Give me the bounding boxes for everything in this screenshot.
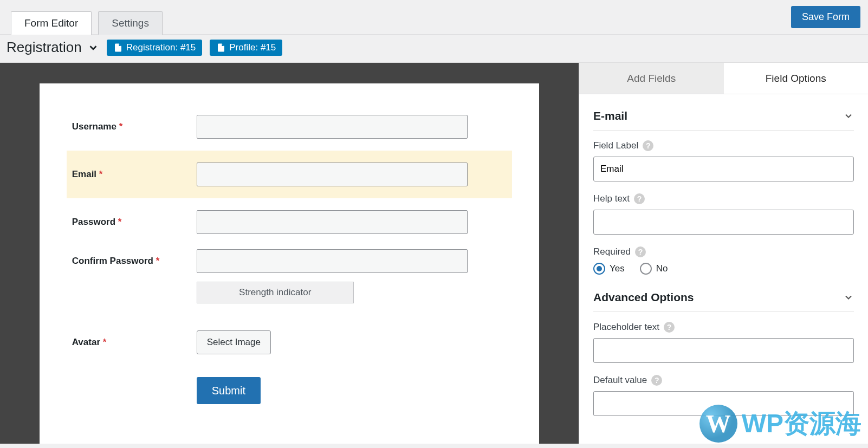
- help-icon[interactable]: ?: [651, 375, 662, 386]
- workarea: Username * Email * Password * Confirm Pa…: [0, 63, 868, 444]
- required-asterisk: *: [156, 256, 160, 266]
- email-input[interactable]: [197, 163, 468, 186]
- field-row-confirm-password[interactable]: Confirm Password *: [67, 246, 513, 285]
- tab-form-editor[interactable]: Form Editor: [11, 11, 92, 35]
- password-input[interactable]: [197, 210, 468, 234]
- username-input[interactable]: [197, 115, 468, 139]
- field-label: Username *: [72, 121, 197, 132]
- field-label: Email *: [72, 169, 197, 180]
- radio-label: No: [656, 263, 668, 274]
- pill-profile[interactable]: Profile: #15: [210, 40, 282, 56]
- tab-add-fields[interactable]: Add Fields: [579, 63, 724, 94]
- help-text-label: Help text ?: [593, 193, 854, 204]
- select-image-button[interactable]: Select Image: [197, 330, 271, 354]
- submit-button[interactable]: Submit: [197, 377, 261, 404]
- pill-profile-label: Profile: #15: [229, 42, 276, 53]
- field-label-input[interactable]: [593, 157, 854, 181]
- required-asterisk: *: [118, 217, 122, 227]
- required-yes-radio[interactable]: Yes: [593, 263, 625, 275]
- help-icon[interactable]: ?: [643, 140, 653, 151]
- secondrow: Registration Registration: #15 Profile: …: [0, 35, 868, 63]
- field-label: Confirm Password *: [72, 256, 197, 267]
- confirm-password-input[interactable]: [197, 249, 468, 273]
- topbar: Form Editor Settings Save Form: [0, 0, 868, 35]
- field-row-email[interactable]: Email *: [67, 151, 513, 198]
- pill-registration-label: Registration: #15: [126, 42, 196, 53]
- placeholder-text-label: Placeholder text ?: [593, 322, 854, 333]
- section-advanced-header[interactable]: Advanced Options: [593, 285, 854, 312]
- sidebar-tabs: Add Fields Field Options: [579, 63, 868, 94]
- field-label: Password *: [72, 217, 197, 228]
- required-label: Required ?: [593, 246, 854, 257]
- save-form-button[interactable]: Save Form: [791, 6, 860, 28]
- field-label: Avatar *: [72, 337, 197, 348]
- page-icon: [113, 43, 123, 53]
- form-canvas[interactable]: Username * Email * Password * Confirm Pa…: [0, 63, 579, 444]
- chevron-down-icon: [843, 292, 854, 303]
- sidebar: Add Fields Field Options E-mail Field La…: [579, 63, 868, 444]
- form-title-dropdown[interactable]: Registration: [7, 39, 99, 56]
- field-row-password[interactable]: Password *: [67, 198, 513, 246]
- help-icon[interactable]: ?: [664, 322, 675, 333]
- radio-dot-icon: [593, 263, 605, 275]
- required-asterisk: *: [103, 337, 107, 347]
- field-label-label: Field Label ?: [593, 140, 854, 151]
- field-row-avatar[interactable]: Avatar * Select Image: [67, 319, 513, 366]
- pill-registration[interactable]: Registration: #15: [107, 40, 203, 56]
- tab-settings[interactable]: Settings: [98, 11, 163, 35]
- section-email-header[interactable]: E-mail: [593, 104, 854, 131]
- required-radio-group: Yes No: [593, 263, 854, 275]
- field-row-username[interactable]: Username *: [67, 103, 513, 151]
- radio-label: Yes: [610, 263, 625, 274]
- help-icon[interactable]: ?: [635, 246, 646, 257]
- help-icon[interactable]: ?: [634, 193, 645, 204]
- page-icon: [216, 43, 226, 53]
- strength-indicator: Strength indicator: [197, 282, 354, 303]
- top-tabs: Form Editor Settings: [11, 0, 163, 34]
- chevron-down-icon: [843, 111, 854, 121]
- placeholder-text-input[interactable]: [593, 338, 854, 363]
- section-title: E-mail: [593, 109, 627, 122]
- radio-dot-icon: [640, 263, 652, 275]
- form-title-text: Registration: [7, 39, 82, 56]
- sidebar-body[interactable]: E-mail Field Label ? Help text ? Require…: [579, 94, 868, 444]
- required-asterisk: *: [99, 169, 103, 179]
- required-no-radio[interactable]: No: [640, 263, 668, 275]
- default-value-label: Default value ?: [593, 375, 854, 386]
- tab-field-options[interactable]: Field Options: [724, 63, 869, 94]
- section-title: Advanced Options: [593, 291, 694, 304]
- form-card: Username * Email * Password * Confirm Pa…: [40, 83, 540, 444]
- required-asterisk: *: [119, 121, 123, 132]
- help-text-input[interactable]: [593, 210, 854, 235]
- chevron-down-icon: [87, 42, 99, 54]
- default-value-input[interactable]: [593, 391, 854, 416]
